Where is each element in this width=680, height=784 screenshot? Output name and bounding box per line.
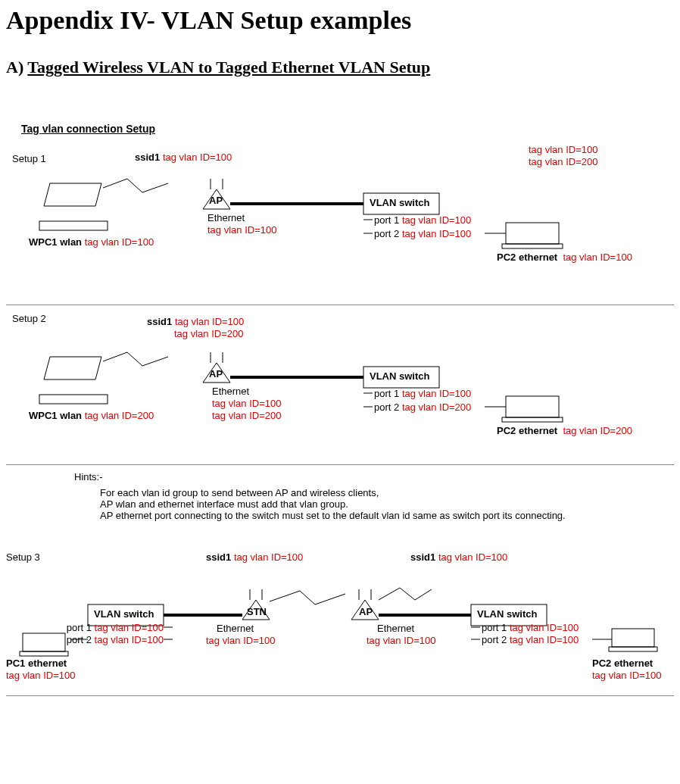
setup3-ssid-r-row: ssid1 tag vlan ID=100 — [410, 551, 507, 563]
svg-rect-20 — [23, 633, 65, 651]
svg-rect-19 — [502, 417, 563, 422]
setup3-eth-l-tag: tag vlan ID=100 — [206, 635, 275, 646]
setup3-ssid-l-row: ssid1 tag vlan ID=100 — [206, 551, 303, 563]
setup1-port1: port 1 — [374, 214, 399, 226]
setup3-pc2-tag: tag vlan ID=100 — [592, 670, 661, 681]
setup1-wpc1-tag: tag vlan ID=100 — [85, 236, 154, 248]
setup2-vlan-switch: VLAN switch — [370, 370, 429, 382]
setup1-eth: Ethernet — [207, 212, 245, 223]
hints: Hints:- For each vlan id group to send b… — [74, 471, 674, 521]
setup3-port1-r-tag: tag vlan ID=100 — [510, 622, 579, 633]
page-title: Appendix IV- VLAN Setup examples — [6, 6, 674, 35]
setup1-port1-tag: tag vlan ID=100 — [402, 214, 471, 226]
setup1-top-tag2: tag vlan ID=200 — [529, 156, 597, 167]
setup2-eth-tag1: tag vlan ID=100 — [212, 398, 281, 409]
setup2-pc2-row: PC2 ethernet tag vlan ID=200 — [497, 425, 632, 436]
setup1-ssid: ssid1 — [135, 151, 160, 163]
setup2-wpc1-tag: tag vlan ID=200 — [85, 410, 154, 421]
setup2-ap: AP — [209, 368, 223, 380]
setup2-wpc1: WPC1 wlan — [29, 410, 82, 421]
setup2-port1: port 1 — [374, 388, 399, 399]
setup3-port1-r-row: port 1 tag vlan ID=100 — [482, 622, 579, 633]
setup3-pc2: PC2 ethernet — [592, 657, 653, 669]
svg-rect-37 — [609, 647, 657, 651]
setup1-ssid-row: ssid1 tag vlan ID=100 — [135, 151, 232, 163]
setup3-eth-r-tag: tag vlan ID=100 — [367, 635, 435, 646]
setup1-ssid-tag: tag vlan ID=100 — [163, 151, 232, 163]
setup3-pc1: PC1 ethernet — [6, 657, 67, 669]
setup3-vswitch-r: VLAN switch — [477, 608, 537, 620]
divider-2 — [6, 464, 674, 465]
setup3-port1-l-tag: tag vlan ID=100 — [95, 622, 164, 633]
setup3-port2-r: port 2 — [482, 634, 507, 645]
setup3-label: Setup 3 — [6, 551, 40, 563]
setup3-ssid-r-tag: tag vlan ID=100 — [438, 551, 507, 563]
setup1-wpc1: WPC1 wlan — [29, 236, 82, 248]
divider-3 — [6, 695, 674, 696]
svg-rect-36 — [612, 629, 654, 647]
svg-rect-0 — [39, 221, 108, 230]
svg-rect-9 — [502, 244, 563, 248]
section-underline: Tagged Wireless VLAN to Tagged Ethernet … — [27, 58, 430, 77]
setup2-port1-row: port 1 tag vlan ID=100 — [374, 388, 471, 399]
setup3-port2-l-row: port 2 tag vlan ID=100 — [65, 634, 164, 645]
setup1-label: Setup 1 — [12, 153, 46, 164]
setup1-port2-row: port 2 tag vlan ID=100 — [374, 228, 471, 239]
setup1-ap: AP — [209, 195, 223, 206]
setup3-ssid-l: ssid1 — [206, 551, 231, 563]
svg-rect-8 — [506, 223, 559, 244]
setup2-port2-tag: tag vlan ID=200 — [402, 401, 471, 413]
setup2-pc2-tag: tag vlan ID=200 — [563, 425, 632, 436]
setup2-eth-tag2: tag vlan ID=200 — [212, 410, 281, 421]
setup1-pc2: PC2 ethernet — [497, 251, 557, 263]
setup2-ssid: ssid1 — [147, 316, 172, 327]
setup3-ssid-r: ssid1 — [410, 551, 435, 563]
setup3-eth-r: Ethernet — [377, 623, 414, 634]
setup2-wpc1-row: WPC1 wlan tag vlan ID=200 — [29, 410, 154, 421]
svg-rect-18 — [506, 396, 559, 417]
setup1-top-tag1: tag vlan ID=100 — [529, 144, 597, 155]
setup1-vlan-switch: VLAN switch — [370, 197, 429, 208]
setup1-port2-tag: tag vlan ID=100 — [402, 228, 471, 239]
setup3-pc1-tag: tag vlan ID=100 — [6, 670, 75, 681]
setup1-wpc1-row: WPC1 wlan tag vlan ID=100 — [29, 236, 154, 248]
setup2-ssid-row: ssid1 tag vlan ID=100 — [147, 316, 244, 327]
diagram: Tag vlan connection Setup Setup — [6, 123, 674, 696]
setup3-block: Setup 3 ssid1 tag vlan ID=100 ssid1 tag … — [6, 544, 674, 695]
svg-rect-21 — [20, 651, 68, 656]
setup1-port1-row: port 1 tag vlan ID=100 — [374, 214, 471, 226]
setup3-port1-l: port 1 — [67, 622, 92, 633]
setup1-eth-tag: tag vlan ID=100 — [207, 224, 276, 236]
setup3-vswitch-l: VLAN switch — [94, 608, 154, 620]
setup3-eth-l: Ethernet — [217, 623, 254, 634]
setup3-port1-l-row: port 1 tag vlan ID=100 — [65, 622, 164, 633]
hints-line3: AP ethernet port connecting to the switc… — [100, 510, 674, 521]
setup3-ap: AP — [359, 606, 373, 617]
setup2-label: Setup 2 — [12, 313, 46, 324]
section-prefix: A) — [6, 58, 27, 77]
setup2-port1-tag: tag vlan ID=100 — [402, 388, 471, 399]
setup3-port2-l: port 2 — [67, 634, 92, 645]
setup3-port2-l-tag: tag vlan ID=100 — [95, 634, 164, 645]
setup2-block: Setup 2 ssid1 tag vlan ID=100 tag vlan I… — [6, 305, 674, 464]
setup2-ssid-tag2: tag vlan ID=200 — [174, 328, 243, 339]
setup2-pc2: PC2 ethernet — [497, 425, 557, 436]
hints-line2: AP wlan and ethernet interface must add … — [100, 498, 674, 510]
hints-title: Hints:- — [74, 471, 674, 483]
setup2-eth: Ethernet — [212, 386, 249, 397]
setup3-stn: STN — [247, 606, 267, 617]
setup3-port2-r-row: port 2 tag vlan ID=100 — [482, 634, 579, 645]
setup3-port2-r-tag: tag vlan ID=100 — [510, 634, 579, 645]
setup2-port2-row: port 2 tag vlan ID=200 — [374, 401, 471, 413]
setup1-port2: port 2 — [374, 228, 399, 239]
setup2-port2: port 2 — [374, 401, 399, 413]
setup3-ssid-l-tag: tag vlan ID=100 — [234, 551, 303, 563]
setup1-pc2-tag: tag vlan ID=100 — [563, 251, 632, 263]
svg-rect-10 — [39, 395, 108, 404]
setup1-pc2-row: PC2 ethernet tag vlan ID=100 — [497, 251, 632, 263]
section-heading: A) Tagged Wireless VLAN to Tagged Ethern… — [6, 58, 674, 77]
setup3-port1-r: port 1 — [482, 622, 507, 633]
setup2-ssid-tag1: tag vlan ID=100 — [175, 316, 244, 327]
hints-line1: For each vlan id group to send between A… — [100, 487, 674, 498]
setup1-block: Setup 1 ssid1 tag vlan ID=100 tag vlan I… — [6, 123, 674, 305]
